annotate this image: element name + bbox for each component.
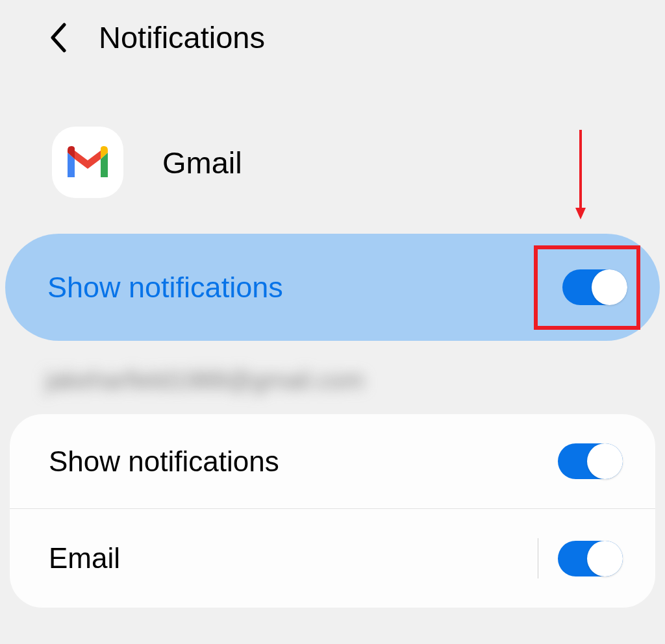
email-category-toggle[interactable]: [558, 541, 623, 576]
app-name-label: Gmail: [162, 145, 242, 180]
account-show-notifications-toggle[interactable]: [558, 443, 623, 479]
toggle-knob: [587, 541, 623, 576]
chevron-left-icon: [49, 23, 68, 53]
toggle-divider: [538, 538, 538, 578]
show-notifications-banner[interactable]: Show notifications: [5, 234, 660, 341]
show-notifications-label: Show notifications: [47, 271, 283, 304]
account-email-blurred: jakeharfield1988@gmail.com: [0, 341, 665, 414]
gmail-icon: [52, 127, 123, 198]
email-category-row[interactable]: Email: [10, 509, 655, 608]
toggle-knob: [587, 443, 623, 479]
show-notifications-toggle[interactable]: [562, 269, 627, 305]
back-button[interactable]: [45, 21, 71, 54]
email-category-label: Email: [49, 542, 120, 575]
account-show-notifications-label: Show notifications: [49, 445, 279, 478]
app-row[interactable]: Gmail: [0, 127, 665, 198]
toggle-knob: [592, 269, 627, 305]
header: Notifications: [0, 0, 665, 68]
page-title: Notifications: [99, 19, 265, 55]
settings-card: Show notifications Email: [10, 414, 655, 608]
account-show-notifications-row[interactable]: Show notifications: [10, 414, 655, 509]
